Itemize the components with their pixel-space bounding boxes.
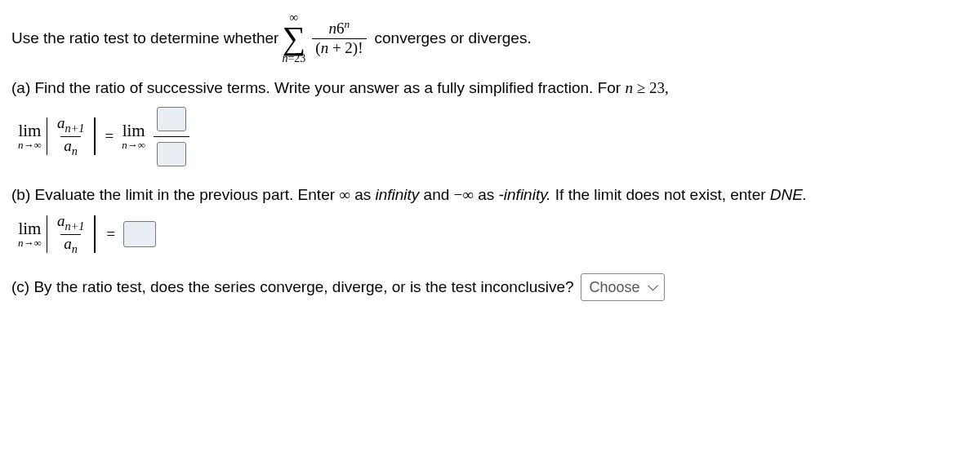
ratio-fraction-left: an+1 an — [54, 115, 87, 157]
abs-bar-b-1 — [47, 215, 47, 253]
series-term: n6n (n + 2)! — [312, 19, 366, 57]
limit-left: lim n→∞ — [18, 122, 42, 150]
series-denominator: (n + 2)! — [312, 38, 366, 57]
part-a-denominator-input[interactable] — [157, 142, 186, 166]
sum-lower: n=23 — [282, 53, 305, 64]
abs-bar-left-2 — [94, 117, 95, 155]
series-numerator: n6n — [326, 19, 354, 38]
question-stem: Use the ratio test to determine whether … — [11, 11, 969, 64]
part-a-equation: lim n→∞ an+1 an = lim n→∞ — [16, 107, 969, 166]
part-b-prompt: (b) Evaluate the limit in the previous p… — [11, 184, 969, 206]
part-b-equation: lim n→∞ an+1 an = — [16, 213, 969, 255]
ratio-fraction-b: an+1 an — [54, 213, 87, 255]
abs-bar-b-2 — [94, 215, 95, 253]
limit-right: lim n→∞ — [122, 122, 145, 150]
summation-symbol: ∞ ∑ n=23 — [282, 11, 305, 64]
part-c-prompt: (c) By the ratio test, does the series c… — [11, 278, 574, 296]
fraction-bar-icon — [154, 136, 189, 137]
equals-sign-b: = — [107, 225, 116, 243]
part-a-prompt: (a) Find the ratio of successive terms. … — [11, 78, 969, 99]
abs-bar-left-1 — [47, 117, 47, 155]
limit-b: lim n→∞ — [18, 220, 42, 248]
part-a-answer-fraction — [154, 107, 189, 166]
sigma-icon: ∑ — [283, 24, 306, 53]
intro-text-post: converges or diverges. — [375, 29, 532, 47]
part-a-numerator-input[interactable] — [157, 107, 186, 131]
part-c-row: (c) By the ratio test, does the series c… — [11, 273, 969, 301]
part-c-select-wrap: Choose — [581, 273, 665, 301]
intro-text-pre: Use the ratio test to determine whether — [11, 29, 278, 47]
equals-sign-a1: = — [105, 127, 114, 145]
part-b-answer-input[interactable] — [123, 221, 156, 247]
part-c-select[interactable]: Choose — [581, 273, 665, 301]
